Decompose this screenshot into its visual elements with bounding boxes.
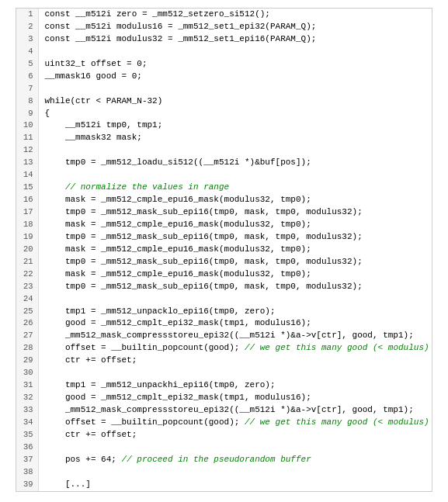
line-content: mask = _mm512_cmple_epu16_mask(modulus32… [38, 268, 432, 281]
line-content: mask = _mm512_cmple_epu16_mask(modulus32… [38, 244, 432, 256]
code-line: 8while(ctr < PARAM_N-32) [16, 95, 432, 108]
code-line: 27 _mm512_mask_compressstoreu_epi32((__m… [16, 330, 432, 342]
line-number: 19 [16, 231, 38, 244]
code-line: 35 ctr += offset; [16, 429, 432, 441]
code-listing: 1const __m512i zero = _mm512_setzero_si5… [16, 8, 432, 492]
code-line: 24 [16, 293, 432, 306]
line-number: 24 [16, 293, 38, 306]
line-number: 12 [16, 144, 38, 157]
code-line: 18 mask = _mm512_cmple_epu16_mask(modulu… [16, 219, 432, 231]
line-number: 29 [16, 355, 38, 367]
code-line: 23 tmp0 = _mm512_mask_sub_epi16(tmp0, ma… [16, 281, 432, 293]
line-number: 39 [16, 479, 38, 491]
line-content [38, 46, 432, 58]
line-content: // normalize the values in range [38, 182, 432, 194]
code-line: 5uint32_t offset = 0; [16, 58, 432, 71]
line-content: __mmask32 mask; [38, 132, 432, 144]
line-number: 33 [16, 404, 38, 417]
line-content: uint32_t offset = 0; [38, 58, 432, 71]
line-content: tmp0 = _mm512_loadu_si512((__m512i *)&bu… [38, 157, 432, 169]
code-line: 39 [...] [16, 479, 432, 491]
line-number: 36 [16, 441, 38, 454]
line-number: 9 [16, 108, 38, 120]
line-number: 22 [16, 268, 38, 281]
line-content: mask = _mm512_cmple_epu16_mask(modulus32… [38, 219, 432, 231]
code-line: 26 good = _mm512_cmplt_epi32_mask(tmp1, … [16, 317, 432, 330]
code-line: 29 ctr += offset; [16, 355, 432, 367]
line-number: 14 [16, 169, 38, 182]
code-line: 38 [16, 466, 432, 479]
line-content: { [38, 108, 432, 120]
line-content: tmp0 = _mm512_mask_sub_epi16(tmp0, mask,… [38, 281, 432, 293]
code-line: 16 mask = _mm512_cmple_epu16_mask(modulu… [16, 194, 432, 206]
line-number: 28 [16, 342, 38, 355]
line-number: 31 [16, 379, 38, 392]
code-line: 36 [16, 441, 432, 454]
line-number: 13 [16, 157, 38, 169]
line-content [38, 83, 432, 95]
code-line: 32 good = _mm512_cmplt_epi32_mask(tmp1, … [16, 392, 432, 404]
line-number: 6 [16, 71, 38, 83]
line-content: offset = __builtin_popcount(good); // we… [38, 342, 432, 355]
line-content: const __m512i modulus32 = _mm512_set1_ep… [38, 33, 432, 46]
code-line: 33 _mm512_mask_compressstoreu_epi32((__m… [16, 404, 432, 417]
line-content: _mm512_mask_compressstoreu_epi32((__m512… [38, 330, 432, 342]
code-line: 31 tmp1 = _mm512_unpackhi_epi16(tmp0, ze… [16, 379, 432, 392]
code-line: 4 [16, 46, 432, 58]
line-number: 3 [16, 33, 38, 46]
code-line: 2const __m512i modulus16 = _mm512_set1_e… [16, 21, 432, 33]
code-line: 9{ [16, 108, 432, 120]
line-content: _mm512_mask_compressstoreu_epi32((__m512… [38, 404, 432, 417]
line-number: 17 [16, 206, 38, 219]
code-line: 6__mmask16 good = 0; [16, 71, 432, 83]
code-line: 1const __m512i zero = _mm512_setzero_si5… [16, 9, 432, 21]
line-content: while(ctr < PARAM_N-32) [38, 95, 432, 108]
code-line: 22 mask = _mm512_cmple_epu16_mask(modulu… [16, 268, 432, 281]
code-line: 25 tmp1 = _mm512_unpacklo_epi16(tmp0, ze… [16, 306, 432, 318]
code-line: 19 tmp0 = _mm512_mask_sub_epi16(tmp0, ma… [16, 231, 432, 244]
line-content: __mmask16 good = 0; [38, 71, 432, 83]
line-number: 2 [16, 21, 38, 33]
line-number: 5 [16, 58, 38, 71]
line-number: 38 [16, 466, 38, 479]
code-line: 21 tmp0 = _mm512_mask_sub_epi16(tmp0, ma… [16, 256, 432, 268]
line-number: 27 [16, 330, 38, 342]
code-line: 7 [16, 83, 432, 95]
code-line: 13 tmp0 = _mm512_loadu_si512((__m512i *)… [16, 157, 432, 169]
line-content: __m512i tmp0, tmp1; [38, 119, 432, 132]
line-number: 37 [16, 454, 38, 466]
line-number: 8 [16, 95, 38, 108]
line-content: good = _mm512_cmplt_epi32_mask(tmp1, mod… [38, 317, 432, 330]
line-number: 1 [16, 9, 38, 21]
line-number: 21 [16, 256, 38, 268]
line-number: 20 [16, 244, 38, 256]
line-number: 35 [16, 429, 38, 441]
code-line: 15 // normalize the values in range [16, 182, 432, 194]
line-content: offset = __builtin_popcount(good); // we… [38, 417, 432, 429]
line-content: tmp0 = _mm512_mask_sub_epi16(tmp0, mask,… [38, 231, 432, 244]
line-content [38, 367, 432, 379]
line-number: 4 [16, 46, 38, 58]
code-table: 1const __m512i zero = _mm512_setzero_si5… [16, 9, 432, 491]
line-content [38, 441, 432, 454]
line-content: ctr += offset; [38, 355, 432, 367]
line-number: 30 [16, 367, 38, 379]
line-content: pos += 64; // proceed in the pseudorando… [38, 454, 432, 466]
line-number: 25 [16, 306, 38, 318]
line-number: 18 [16, 219, 38, 231]
line-content: tmp1 = _mm512_unpackhi_epi16(tmp0, zero)… [38, 379, 432, 392]
line-content: tmp1 = _mm512_unpacklo_epi16(tmp0, zero)… [38, 306, 432, 318]
code-line: 3const __m512i modulus32 = _mm512_set1_e… [16, 33, 432, 46]
line-number: 15 [16, 182, 38, 194]
line-content: tmp0 = _mm512_mask_sub_epi16(tmp0, mask,… [38, 206, 432, 219]
line-content: tmp0 = _mm512_mask_sub_epi16(tmp0, mask,… [38, 256, 432, 268]
line-number: 34 [16, 417, 38, 429]
line-number: 11 [16, 132, 38, 144]
line-content: const __m512i zero = _mm512_setzero_si51… [38, 9, 432, 21]
line-content [38, 144, 432, 157]
code-line: 20 mask = _mm512_cmple_epu16_mask(modulu… [16, 244, 432, 256]
code-line: 37 pos += 64; // proceed in the pseudora… [16, 454, 432, 466]
code-line: 14 [16, 169, 432, 182]
line-content: good = _mm512_cmplt_epi32_mask(tmp1, mod… [38, 392, 432, 404]
line-number: 26 [16, 317, 38, 330]
